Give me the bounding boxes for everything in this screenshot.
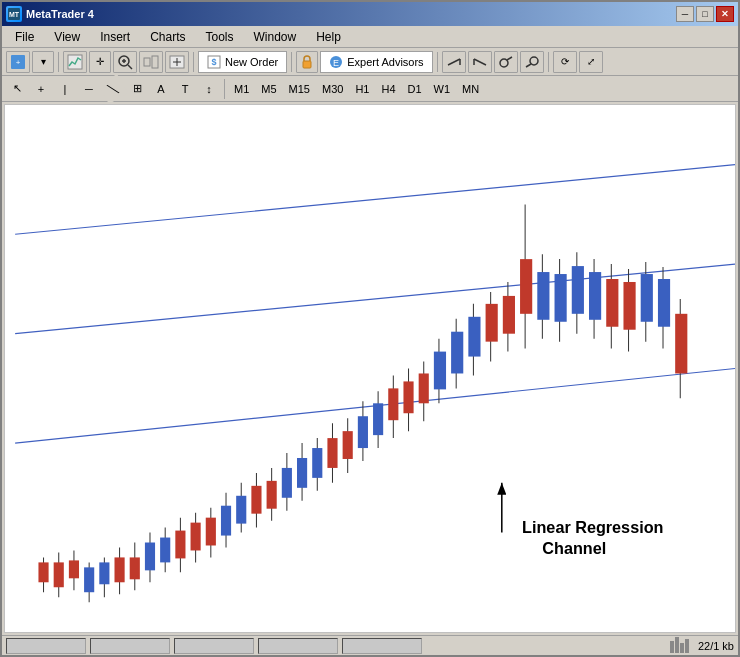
toolbar-btn-crosshair[interactable]: ✛: [89, 51, 111, 73]
menu-file[interactable]: File: [6, 27, 43, 47]
status-seg-1: [6, 638, 86, 654]
minimize-button[interactable]: ─: [676, 6, 694, 22]
tf-m1[interactable]: M1: [229, 79, 254, 99]
status-info: 22/1 kb: [698, 640, 734, 652]
svg-rect-122: [685, 639, 689, 653]
svg-rect-60: [236, 496, 246, 524]
svg-rect-4: [68, 55, 82, 69]
svg-rect-112: [658, 279, 670, 327]
maximize-button[interactable]: □: [696, 6, 714, 22]
status-segments: [6, 638, 422, 654]
svg-rect-58: [221, 506, 231, 536]
menu-tools[interactable]: Tools: [197, 27, 243, 47]
svg-rect-44: [115, 557, 125, 582]
svg-text:E: E: [333, 58, 339, 68]
svg-rect-10: [152, 56, 158, 68]
svg-rect-52: [175, 531, 185, 559]
tf-h4[interactable]: H4: [376, 79, 400, 99]
svg-text:$: $: [211, 57, 216, 67]
status-seg-2: [90, 638, 170, 654]
tf-w1[interactable]: W1: [429, 79, 456, 99]
svg-rect-56: [206, 518, 216, 546]
svg-text:+: +: [16, 58, 21, 67]
status-bar: 22/1 kb: [2, 635, 738, 655]
toolbar-btn-drop[interactable]: ▾: [32, 51, 54, 73]
toolbar-btn-5[interactable]: [442, 51, 466, 73]
draw-textbox-tool[interactable]: T: [174, 78, 196, 100]
svg-rect-76: [358, 416, 368, 448]
chart-svg: Linear Regression Channel: [5, 105, 735, 632]
menu-view[interactable]: View: [45, 27, 89, 47]
svg-rect-120: [675, 637, 679, 653]
toolbar-btn-4[interactable]: [165, 51, 189, 73]
svg-point-23: [500, 59, 508, 67]
draw-vertical-tool[interactable]: |: [54, 78, 76, 100]
svg-line-26: [526, 64, 531, 67]
svg-rect-38: [69, 560, 79, 578]
main-window: MT MetaTrader 4 ─ □ ✕ File View Insert C…: [0, 0, 740, 657]
svg-rect-9: [144, 58, 150, 66]
toolbar-btn-zoom-in[interactable]: [113, 51, 137, 73]
svg-rect-119: [670, 641, 674, 653]
status-seg-5: [342, 638, 422, 654]
tf-m5[interactable]: M5: [256, 79, 281, 99]
svg-rect-50: [160, 538, 170, 563]
svg-rect-36: [54, 562, 64, 587]
menu-window[interactable]: Window: [245, 27, 306, 47]
toolbar-lock-btn[interactable]: [296, 51, 318, 73]
svg-rect-106: [606, 279, 618, 327]
draw-horizontal-tool[interactable]: ─: [78, 78, 100, 100]
draw-arrow2-tool[interactable]: ↕: [198, 78, 220, 100]
svg-line-6: [128, 65, 132, 69]
svg-line-21: [474, 59, 486, 65]
menu-charts[interactable]: Charts: [141, 27, 194, 47]
tf-h1[interactable]: H1: [350, 79, 374, 99]
svg-rect-64: [267, 481, 277, 509]
expert-advisors-button[interactable]: E Expert Advisors: [320, 51, 432, 73]
new-order-button[interactable]: $ New Order: [198, 51, 287, 73]
toolbar-btn-chart[interactable]: [63, 51, 87, 73]
tf-m15[interactable]: M15: [284, 79, 315, 99]
svg-point-25: [530, 57, 538, 65]
svg-rect-34: [38, 562, 48, 582]
menu-bar: File View Insert Charts Tools Window Hel…: [2, 26, 738, 48]
svg-rect-104: [589, 272, 601, 320]
tf-m30[interactable]: M30: [317, 79, 348, 99]
toolbar-btn-3[interactable]: [139, 51, 163, 73]
draw-crosshair-tool[interactable]: +: [30, 78, 52, 100]
tf-mn[interactable]: MN: [457, 79, 484, 99]
toolbar-btn-1[interactable]: +: [6, 51, 30, 73]
toolbar-btn-10[interactable]: ⤢: [579, 51, 603, 73]
svg-rect-74: [343, 431, 353, 459]
svg-rect-121: [680, 643, 684, 653]
svg-rect-98: [537, 272, 549, 320]
tf-d1[interactable]: D1: [403, 79, 427, 99]
toolbar-btn-9[interactable]: ⟳: [553, 51, 577, 73]
svg-rect-54: [191, 523, 201, 551]
toolbar-btn-6[interactable]: [468, 51, 492, 73]
chart-area: Linear Regression Channel: [4, 104, 736, 633]
svg-rect-110: [641, 274, 653, 322]
svg-rect-82: [403, 381, 413, 413]
close-button[interactable]: ✕: [716, 6, 734, 22]
svg-text:Linear Regression: Linear Regression: [522, 518, 663, 536]
svg-rect-70: [312, 448, 322, 478]
toolbar-btn-8[interactable]: [520, 51, 544, 73]
draw-trendline-tool[interactable]: ╲: [98, 73, 128, 103]
svg-rect-90: [468, 317, 480, 357]
svg-rect-88: [451, 332, 463, 374]
menu-help[interactable]: Help: [307, 27, 350, 47]
draw-channel-tool[interactable]: ⊞: [126, 78, 148, 100]
draw-arrow-tool[interactable]: ↖: [6, 78, 28, 100]
menu-insert[interactable]: Insert: [91, 27, 139, 47]
svg-rect-72: [327, 438, 337, 468]
draw-text-tool[interactable]: A: [150, 78, 172, 100]
status-right: 22/1 kb: [670, 637, 734, 655]
svg-rect-100: [555, 274, 567, 322]
toolbar-btn-7[interactable]: [494, 51, 518, 73]
title-bar-buttons: ─ □ ✕: [676, 6, 734, 22]
svg-rect-96: [520, 259, 532, 314]
toolbar-sep-2: [193, 52, 194, 72]
svg-rect-94: [503, 296, 515, 334]
window-title: MetaTrader 4: [26, 8, 94, 20]
